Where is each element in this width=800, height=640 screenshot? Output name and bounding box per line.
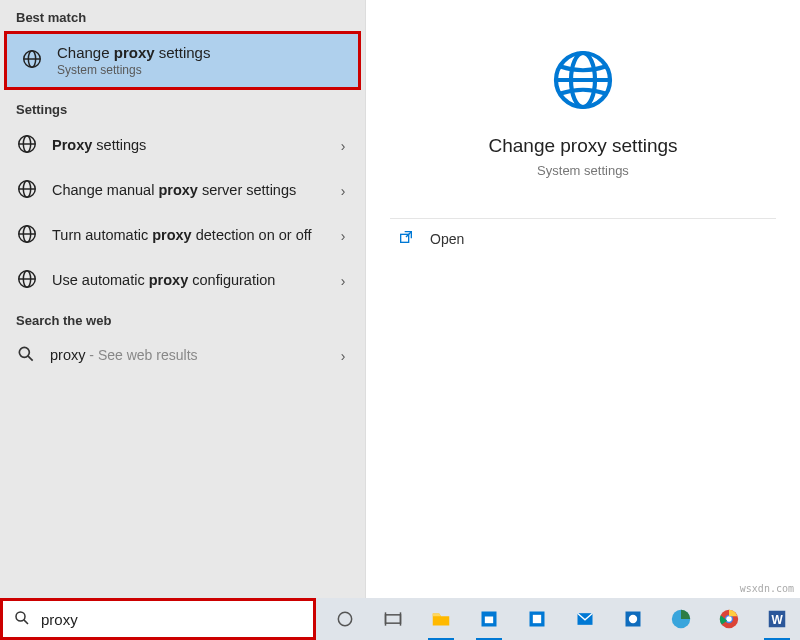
- search-results-panel: Best match Change proxy settings System …: [0, 0, 366, 598]
- taskbar-edge-icon[interactable]: [658, 598, 704, 640]
- search-icon: [16, 344, 36, 367]
- svg-line-23: [24, 619, 28, 623]
- svg-point-15: [19, 347, 29, 357]
- svg-point-24: [338, 612, 351, 625]
- section-header-settings: Settings: [0, 92, 365, 123]
- open-icon: [398, 229, 414, 248]
- globe-icon: [21, 48, 43, 73]
- open-action[interactable]: Open: [390, 218, 776, 258]
- taskbar-file-explorer-icon[interactable]: [418, 598, 464, 640]
- chevron-right-icon[interactable]: ›: [335, 273, 351, 289]
- svg-rect-25: [386, 615, 401, 623]
- svg-point-38: [726, 616, 732, 622]
- taskbar-app-icon[interactable]: [466, 598, 512, 640]
- svg-rect-29: [485, 617, 493, 624]
- taskbar: W: [0, 598, 800, 640]
- taskbar-task-view-icon[interactable]: [370, 598, 416, 640]
- chevron-right-icon[interactable]: ›: [335, 228, 351, 244]
- globe-icon: [16, 178, 38, 203]
- settings-result-auto-config[interactable]: Use automatic proxy configuration ›: [0, 258, 365, 303]
- svg-point-34: [629, 615, 637, 623]
- watermark: wsxdn.com: [740, 583, 794, 594]
- chevron-right-icon[interactable]: ›: [335, 183, 351, 199]
- globe-icon: [16, 268, 38, 293]
- settings-result-manual-proxy[interactable]: Change manual proxy server settings ›: [0, 168, 365, 213]
- open-label: Open: [430, 231, 464, 247]
- taskbar-search-box[interactable]: [0, 598, 316, 640]
- chevron-right-icon[interactable]: ›: [335, 348, 351, 364]
- taskbar-cortana-icon[interactable]: [322, 598, 368, 640]
- globe-icon: [16, 133, 38, 158]
- taskbar-word-icon[interactable]: W: [754, 598, 800, 640]
- settings-result-proxy-settings[interactable]: Proxy settings ›: [0, 123, 365, 168]
- web-search-result[interactable]: proxy - See web results ›: [0, 334, 365, 377]
- search-input[interactable]: [41, 611, 303, 628]
- settings-result-auto-detection[interactable]: Turn automatic proxy detection on or off…: [0, 213, 365, 258]
- search-icon: [13, 609, 31, 630]
- section-header-best-match: Best match: [0, 0, 365, 31]
- preview-panel: Change proxy settings System settings Op…: [366, 0, 800, 598]
- taskbar-mail-icon[interactable]: [562, 598, 608, 640]
- svg-text:W: W: [771, 613, 783, 627]
- preview-title: Change proxy settings: [488, 135, 677, 157]
- svg-point-22: [16, 612, 25, 621]
- preview-globe-icon: [547, 44, 619, 119]
- globe-icon: [16, 223, 38, 248]
- preview-subtitle: System settings: [537, 163, 629, 178]
- svg-rect-31: [533, 615, 541, 623]
- best-match-result[interactable]: Change proxy settings System settings: [4, 31, 361, 90]
- section-header-web: Search the web: [0, 303, 365, 334]
- chevron-right-icon[interactable]: ›: [335, 138, 351, 154]
- taskbar-chrome-icon[interactable]: [706, 598, 752, 640]
- taskbar-app-icon[interactable]: [514, 598, 560, 640]
- best-match-text: Change proxy settings System settings: [57, 44, 210, 77]
- svg-line-16: [28, 356, 33, 361]
- taskbar-app-icon[interactable]: [610, 598, 656, 640]
